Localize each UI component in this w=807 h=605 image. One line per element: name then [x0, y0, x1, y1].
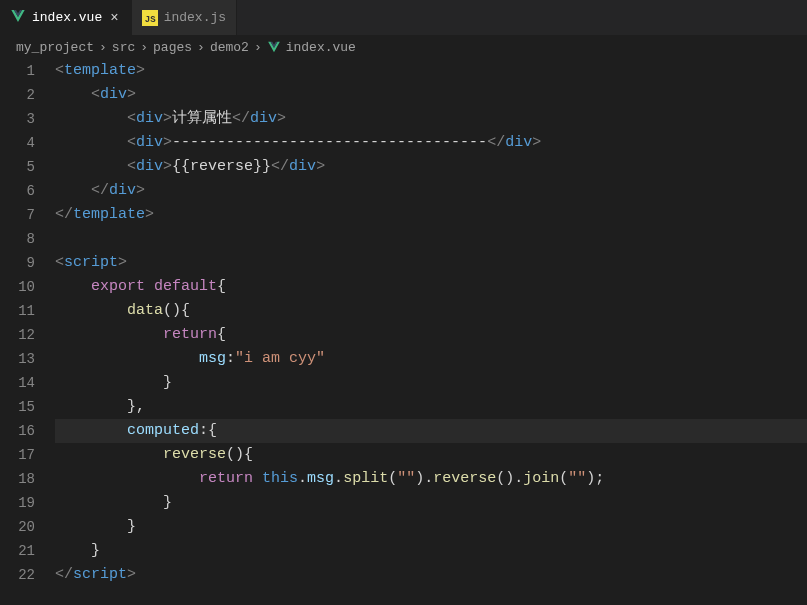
- js-icon: JS: [142, 10, 158, 26]
- line-number: 2: [0, 83, 35, 107]
- code-line[interactable]: <script>: [55, 251, 807, 275]
- breadcrumb-item[interactable]: src: [112, 40, 135, 55]
- line-number: 22: [0, 563, 35, 587]
- code-editor[interactable]: 12345678910111213141516171819202122 <tem…: [0, 59, 807, 587]
- vue-icon: [267, 40, 281, 55]
- chevron-right-icon: ›: [197, 40, 205, 55]
- line-gutter: 12345678910111213141516171819202122: [0, 59, 55, 587]
- breadcrumb-item[interactable]: demo2: [210, 40, 249, 55]
- code-line[interactable]: [55, 227, 807, 251]
- line-number: 6: [0, 179, 35, 203]
- line-number: 19: [0, 491, 35, 515]
- code-line[interactable]: </script>: [55, 563, 807, 587]
- code-line[interactable]: <div>-----------------------------------…: [55, 131, 807, 155]
- line-number: 18: [0, 467, 35, 491]
- code-line[interactable]: return this.msg.split("").reverse().join…: [55, 467, 807, 491]
- line-number: 21: [0, 539, 35, 563]
- code-line[interactable]: export default{: [55, 275, 807, 299]
- code-line[interactable]: reverse(){: [55, 443, 807, 467]
- code-line[interactable]: computed:{: [55, 419, 807, 443]
- breadcrumb-item[interactable]: my_project: [16, 40, 94, 55]
- line-number: 15: [0, 395, 35, 419]
- code-line[interactable]: }: [55, 515, 807, 539]
- code-line[interactable]: },: [55, 395, 807, 419]
- code-line[interactable]: <div>: [55, 83, 807, 107]
- code-line[interactable]: data(){: [55, 299, 807, 323]
- chevron-right-icon: ›: [99, 40, 107, 55]
- chevron-right-icon: ›: [140, 40, 148, 55]
- code-line[interactable]: </div>: [55, 179, 807, 203]
- line-number: 16: [0, 419, 35, 443]
- line-number: 4: [0, 131, 35, 155]
- tabs-bar: index.vue × JS index.js: [0, 0, 807, 35]
- line-number: 20: [0, 515, 35, 539]
- line-number: 13: [0, 347, 35, 371]
- line-number: 5: [0, 155, 35, 179]
- line-number: 1: [0, 59, 35, 83]
- code-line[interactable]: </template>: [55, 203, 807, 227]
- code-area[interactable]: <template> <div> <div>计算属性</div> <div>--…: [55, 59, 807, 587]
- chevron-right-icon: ›: [254, 40, 262, 55]
- code-line[interactable]: <div>计算属性</div>: [55, 107, 807, 131]
- line-number: 3: [0, 107, 35, 131]
- tab-label: index.js: [164, 10, 226, 25]
- line-number: 8: [0, 227, 35, 251]
- breadcrumb-item[interactable]: pages: [153, 40, 192, 55]
- code-line[interactable]: <div>{{reverse}}</div>: [55, 155, 807, 179]
- line-number: 12: [0, 323, 35, 347]
- code-line[interactable]: return{: [55, 323, 807, 347]
- code-line[interactable]: }: [55, 539, 807, 563]
- code-line[interactable]: msg:"i am cyy": [55, 347, 807, 371]
- line-number: 11: [0, 299, 35, 323]
- vue-icon: [10, 8, 26, 28]
- tab-index-vue[interactable]: index.vue ×: [0, 0, 132, 35]
- tab-label: index.vue: [32, 10, 102, 25]
- close-icon[interactable]: ×: [108, 10, 120, 26]
- line-number: 7: [0, 203, 35, 227]
- line-number: 17: [0, 443, 35, 467]
- line-number: 9: [0, 251, 35, 275]
- breadcrumb-current[interactable]: index.vue: [286, 40, 356, 55]
- code-line[interactable]: <template>: [55, 59, 807, 83]
- line-number: 10: [0, 275, 35, 299]
- line-number: 14: [0, 371, 35, 395]
- breadcrumb: my_project › src › pages › demo2 › index…: [0, 35, 807, 59]
- code-line[interactable]: }: [55, 371, 807, 395]
- tab-index-js[interactable]: JS index.js: [132, 0, 237, 35]
- code-line[interactable]: }: [55, 491, 807, 515]
